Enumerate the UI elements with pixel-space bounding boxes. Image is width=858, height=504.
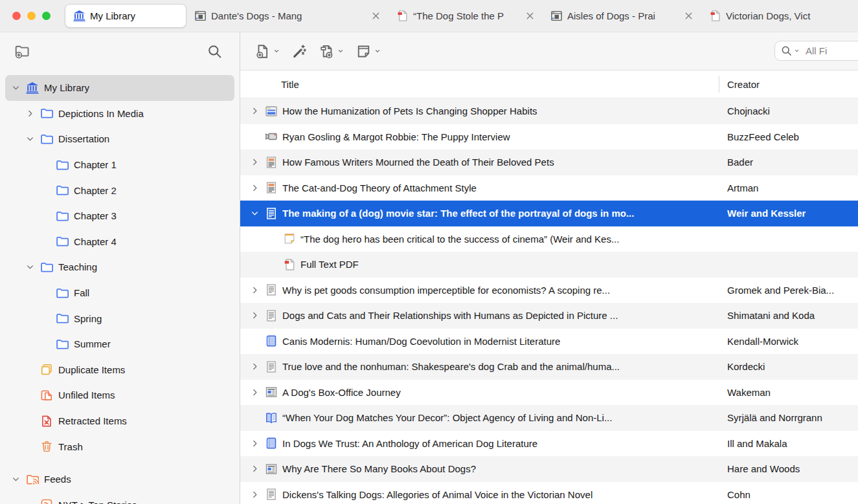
chevron-down-icon[interactable]: [26, 261, 40, 274]
chevron-right-icon[interactable]: [26, 107, 40, 120]
sidebar-item-my-library[interactable]: My Library: [5, 75, 234, 101]
column-header-creator[interactable]: Creator: [719, 71, 858, 98]
feeds-folder-icon: [26, 473, 39, 486]
collection-search-button[interactable]: [207, 44, 222, 59]
tab-aisles-of-dogs[interactable]: Aisles of Dogs - Prai: [543, 4, 701, 28]
sidebar-item-feeds[interactable]: Feeds: [5, 466, 234, 492]
new-item-button[interactable]: [255, 44, 280, 59]
item-row-the-cat-and-dog-theory-of-attachment-sty[interactable]: The Cat-and-Dog Theory of Attachment Sty…: [240, 175, 858, 201]
chevron-right-icon[interactable]: [251, 437, 265, 450]
item-row-true-love-and-the-nonhuman-shakespeare-s[interactable]: True love and the nonhuman: Shakespeare'…: [240, 354, 858, 380]
item-title-cell: In Dogs We Trust: An Anthology of Americ…: [240, 437, 719, 450]
tab-my-library[interactable]: My Library: [65, 4, 186, 28]
minimize-window-button[interactable]: [27, 12, 36, 20]
item-row-ryan-gosling-margot-robbie-the-puppy-int[interactable]: Ryan Gosling & Margot Robbie: The Puppy …: [240, 124, 858, 150]
zotero-window: My Library Dante's Dogs - Mang “The Dog …: [0, 0, 858, 504]
item-row-dogs-and-cats-and-their-relationships-wi[interactable]: Dogs and Cats and Their Relationships wi…: [240, 303, 858, 329]
chevron-down-icon[interactable]: [12, 473, 26, 486]
item-title: The Cat-and-Dog Theory of Attachment Sty…: [282, 182, 477, 193]
sidebar-item-depictions-in-media[interactable]: Depictions In Media: [5, 101, 234, 127]
twisty-spacer: [26, 498, 40, 504]
sidebar-item-trash[interactable]: Trash: [5, 433, 234, 459]
blog-icon: [265, 181, 278, 194]
tab-dante-s-dogs[interactable]: Dante's Dogs - Mang: [186, 4, 389, 28]
sidebar-item-label: My Library: [44, 82, 89, 93]
item-creator: Gromek and Perek-Bia...: [719, 285, 858, 296]
close-tab-icon[interactable]: [371, 11, 381, 21]
sidebar-item-fall[interactable]: Fall: [5, 280, 234, 306]
quick-search-input[interactable]: All Fi: [774, 41, 858, 61]
close-window-button[interactable]: [12, 12, 21, 20]
video-icon: [265, 130, 278, 143]
item-title: Full Text PDF: [300, 259, 359, 270]
item-row-how-famous-writers-mourned-the-death-of-[interactable]: How Famous Writers Mourned the Death of …: [240, 149, 858, 175]
new-item-icon: [255, 44, 270, 59]
sidebar-item-unfiled-items[interactable]: Unfiled Items: [5, 382, 234, 408]
item-row-the-dog-hero-has-been-critical-to-the-su[interactable]: “The dog hero has been critical to the s…: [240, 226, 858, 252]
item-row-when-your-dog-matches-your-decor-object-[interactable]: “When Your Dog Matches Your Decor”: Obje…: [240, 405, 858, 431]
chevron-right-icon[interactable]: [251, 105, 265, 118]
chevron-down-icon[interactable]: [26, 133, 40, 146]
item-title-cell: Why Are There So Many Books About Dogs?: [240, 463, 719, 476]
chevron-right-icon[interactable]: [251, 309, 265, 322]
sidebar-item-duplicate-items[interactable]: Duplicate Items: [5, 357, 234, 383]
close-tab-icon[interactable]: [684, 11, 694, 21]
new-attachment-button[interactable]: [319, 44, 344, 59]
item-row-why-are-there-so-many-books-about-dogs[interactable]: Why Are There So Many Books About Dogs?H…: [240, 456, 858, 482]
chevron-right-icon[interactable]: [251, 181, 265, 194]
sidebar-item-nyt-top-stories[interactable]: NYT > Top Stories: [5, 492, 234, 504]
chevron-right-icon[interactable]: [251, 360, 265, 373]
tab-victorian-dogs[interactable]: Victorian Dogs, Vict: [701, 4, 858, 28]
item-title: In Dogs We Trust: An Anthology of Americ…: [282, 438, 537, 449]
tab-bar: My Library Dante's Dogs - Mang “The Dog …: [0, 0, 858, 32]
article-icon: [265, 360, 278, 373]
new-collection-button[interactable]: [14, 44, 29, 59]
sidebar-item-chapter-1[interactable]: Chapter 1: [5, 152, 234, 178]
zoom-window-button[interactable]: [42, 12, 51, 20]
new-note-icon: [356, 44, 371, 59]
sidebar-item-chapter-2[interactable]: Chapter 2: [5, 177, 234, 203]
item-row-the-making-of-a-dog-movie-star-the-effec[interactable]: The making of a (dog) movie star: The ef…: [240, 201, 858, 226]
sidebar-item-retracted-items[interactable]: Retracted Items: [5, 408, 234, 434]
item-row-full-text-pdf[interactable]: Full Text PDF: [240, 252, 858, 278]
chevron-right-icon[interactable]: [251, 156, 265, 169]
item-row-dickens-s-talking-dogs-allegories-of-ani[interactable]: Dickens's Talking Dogs: Allegories of An…: [240, 482, 858, 504]
column-header-title[interactable]: Title: [240, 79, 719, 90]
pdf-icon: [283, 258, 296, 271]
chevron-right-icon[interactable]: [251, 463, 265, 476]
sidebar-item-spring[interactable]: Spring: [5, 305, 234, 331]
item-title-cell: Dogs and Cats and Their Relationships wi…: [240, 309, 719, 322]
chevron-right-icon[interactable]: [251, 488, 265, 501]
item-creator: Cohn: [719, 489, 858, 500]
twisty-spacer: [26, 389, 40, 402]
item-row-in-dogs-we-trust-an-anthology-of-america[interactable]: In Dogs We Trust: An Anthology of Americ…: [240, 431, 858, 457]
twisty-spacer: [251, 334, 265, 347]
sidebar-item-label: NYT > Top Stories: [58, 499, 137, 504]
new-note-button[interactable]: [356, 44, 381, 59]
sidebar-item-chapter-3[interactable]: Chapter 3: [5, 203, 234, 229]
item-row-why-is-pet-goods-consumption-imperceptib[interactable]: Why is pet goods consumption imperceptib…: [240, 278, 858, 303]
item-row-canis-modernis-human-dog-coevolution-in-[interactable]: Canis Modernis: Human/Dog Coevolution in…: [240, 329, 858, 355]
newspaper-icon: [265, 463, 278, 476]
close-tab-icon[interactable]: [525, 11, 535, 21]
sidebar-toolbar: [0, 32, 240, 70]
chevron-right-icon[interactable]: [251, 386, 265, 399]
add-by-identifier-button[interactable]: [292, 44, 307, 59]
item-title: How Famous Writers Mourned the Death of …: [282, 157, 554, 168]
sidebar-item-summer[interactable]: Summer: [5, 331, 234, 357]
tab-the-dog-stole[interactable]: “The Dog Stole the P: [389, 4, 543, 28]
sidebar-item-teaching[interactable]: Teaching: [5, 254, 234, 280]
chevron-down-icon[interactable]: [251, 207, 265, 220]
chevron-down-icon[interactable]: [12, 82, 26, 94]
item-row-how-the-humanization-of-pets-is-changing[interactable]: How the Humanization of Pets Is Changing…: [240, 98, 858, 124]
twisty-spacer: [41, 338, 56, 351]
chevron-right-icon[interactable]: [251, 283, 265, 296]
item-row-a-dog-s-box-office-journey[interactable]: A Dog's Box-Office JourneyWakeman: [240, 380, 858, 406]
item-title: True love and the nonhuman: Shakespeare'…: [282, 361, 620, 372]
item-title-cell: Canis Modernis: Human/Dog Coevolution in…: [240, 334, 719, 347]
item-title: “The dog hero has been critical to the s…: [300, 234, 619, 245]
sidebar-item-dissertation[interactable]: Dissertation: [5, 126, 234, 152]
sidebar-item-chapter-4[interactable]: Chapter 4: [5, 229, 234, 255]
sidebar-item-label: Feeds: [44, 474, 71, 485]
item-creator: Ill and Makala: [719, 438, 858, 449]
